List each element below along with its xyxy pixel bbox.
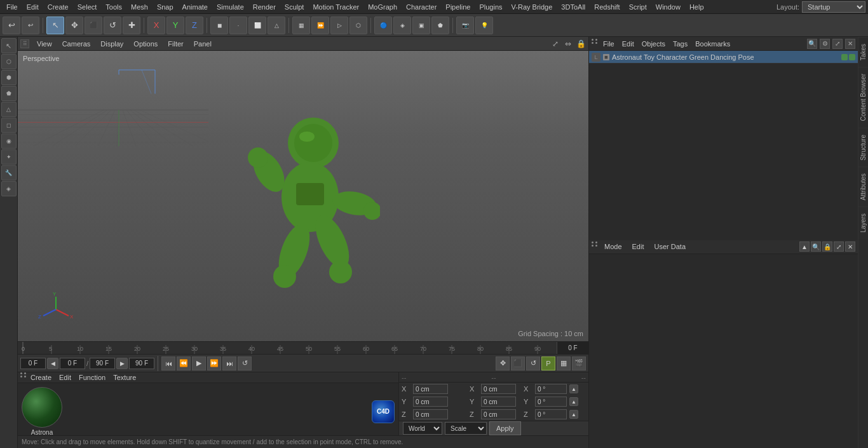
object-row-astronaut[interactable]: L ◼ Astronaut Toy Character Green Dancin… — [589, 51, 858, 64]
go-to-end-button[interactable]: ⏭ — [222, 356, 236, 370]
sidebar-tag-btn[interactable]: 🔧 — [1, 165, 17, 180]
menu-motion-tracker[interactable]: Motion Tracker — [309, 2, 363, 12]
scale-tool-button[interactable]: ⬛ — [85, 17, 102, 34]
menu-redshift[interactable]: Redshift — [590, 2, 623, 12]
layout-dropdown[interactable]: Startup Standard Modeling — [802, 1, 865, 13]
step-forward-button[interactable]: ⏩ — [207, 356, 221, 370]
mat-menu-edit[interactable]: Edit — [57, 373, 74, 382]
objects-file-menu[interactable]: File — [600, 39, 617, 48]
loop-button[interactable]: ↺ — [238, 356, 252, 370]
magnet-button[interactable]: ▣ — [412, 17, 430, 34]
sidebar-light-btn[interactable]: ✦ — [1, 149, 17, 165]
menu-window[interactable]: Window — [652, 2, 684, 12]
x-axis-button[interactable]: X — [147, 17, 165, 34]
camera-button[interactable]: 📷 — [456, 17, 474, 34]
attrs-grip[interactable] — [592, 241, 598, 252]
attrs-search-icon[interactable]: 🔍 — [811, 241, 821, 252]
playback-tool-2[interactable]: ⬛ — [511, 356, 525, 370]
objects-expand-icon[interactable]: ⤢ — [832, 39, 843, 49]
playback-tool-film[interactable]: 🎬 — [572, 356, 586, 370]
menu-vray[interactable]: V-Ray Bridge — [508, 2, 557, 12]
menu-simulate[interactable]: Simulate — [213, 2, 248, 12]
light-button[interactable]: 💡 — [475, 17, 493, 34]
tab-attributes[interactable]: Attributes — [858, 166, 868, 207]
viewport-menu-panel[interactable]: Panel — [191, 39, 214, 48]
current-frame-input[interactable] — [60, 358, 85, 369]
rot-z-spinner[interactable]: ▲ — [569, 410, 578, 419]
brush-button[interactable]: ◈ — [393, 17, 411, 34]
rot-x-spinner[interactable]: ▲ — [569, 384, 578, 393]
tab-takes[interactable]: Takes — [858, 37, 868, 67]
menu-sculpt[interactable]: Sculpt — [281, 2, 308, 12]
playback-tool-1[interactable]: ✥ — [496, 356, 510, 370]
playback-arrow-right[interactable]: ▶ — [116, 358, 128, 369]
viewport-menu-cameras[interactable]: Cameras — [60, 39, 93, 48]
viewport-menu-filter[interactable]: Filter — [165, 39, 186, 48]
viewport-icon-expand[interactable]: ⤢ — [550, 39, 560, 49]
sidebar-deform-btn[interactable]: △ — [1, 102, 17, 117]
menu-mesh[interactable]: Mesh — [127, 2, 152, 12]
viewport-menu-options[interactable]: Options — [131, 39, 160, 48]
menu-render[interactable]: Render — [249, 2, 280, 12]
render-settings-button[interactable]: ⬡ — [349, 17, 367, 34]
tab-structure[interactable]: Structure — [858, 128, 868, 167]
mat-menu-function[interactable]: Function — [76, 373, 108, 382]
menu-select[interactable]: Select — [74, 2, 101, 12]
pos-z-input[interactable] — [413, 409, 448, 419]
sidebar-material-btn[interactable]: ◈ — [1, 181, 17, 196]
attrs-close-icon[interactable]: ✕ — [845, 241, 855, 252]
material-item[interactable]: Astrona — [22, 387, 62, 436]
menu-pipeline[interactable]: Pipeline — [442, 2, 474, 12]
rot-y-spinner[interactable]: ▲ — [569, 397, 578, 406]
viewport-menu-view[interactable]: View — [34, 39, 55, 48]
tab-layers[interactable]: Layers — [858, 207, 868, 239]
attrs-mode-btn[interactable]: Mode — [600, 242, 626, 251]
render-region-button[interactable]: ▦ — [292, 17, 310, 34]
viewport-grip[interactable]: ⠿ — [20, 39, 29, 48]
attrs-edit-btn[interactable]: Edit — [628, 242, 648, 251]
tab-content-browser[interactable]: Content Browser — [858, 67, 868, 127]
menu-snap[interactable]: Snap — [153, 2, 177, 12]
objects-close-icon[interactable]: ✕ — [845, 39, 855, 49]
material-thumbnail[interactable] — [22, 387, 62, 428]
sidebar-select-btn[interactable]: ↖ — [1, 38, 17, 53]
move-tool-button[interactable]: ✥ — [65, 17, 83, 34]
menu-create[interactable]: Create — [44, 2, 72, 12]
apply-button[interactable]: Apply — [489, 421, 521, 435]
object-render-dot[interactable] — [849, 54, 855, 60]
z-axis-button[interactable]: Z — [186, 17, 203, 34]
objects-tags-menu[interactable]: Tags — [670, 39, 690, 48]
play-button[interactable]: ▶ — [192, 356, 206, 370]
attrs-lock-icon[interactable]: 🔒 — [822, 241, 832, 252]
timeline-frame-number[interactable]: 0 F — [557, 342, 588, 355]
attrs-up-icon[interactable]: ▲ — [799, 241, 810, 252]
sidebar-spline-btn[interactable]: ⬢ — [1, 70, 17, 85]
objects-search-icon[interactable]: 🔍 — [807, 39, 817, 49]
go-to-start-button[interactable]: ⏮ — [161, 356, 175, 370]
timeline[interactable]: 0 5 10 15 20 25 30 35 — [18, 341, 588, 354]
undo-button[interactable]: ↩ — [3, 17, 20, 34]
pos-x-input[interactable] — [413, 384, 448, 394]
playback-tool-3[interactable]: ↺ — [526, 356, 540, 370]
playback-tool-4[interactable]: P — [541, 356, 555, 370]
start-frame-input[interactable] — [20, 358, 46, 369]
world-dropdown[interactable]: World Local Screen — [403, 422, 442, 435]
objects-edit-menu[interactable]: Edit — [620, 39, 637, 48]
objects-settings-icon[interactable]: ⚙ — [820, 39, 830, 49]
viewport-menu-display[interactable]: Display — [98, 39, 126, 48]
objects-grip[interactable] — [592, 39, 598, 49]
viewport-icon-lock[interactable]: 🔒 — [576, 39, 586, 49]
menu-script[interactable]: Script — [625, 2, 651, 12]
menu-animate[interactable]: Animate — [179, 2, 212, 12]
timeline-ruler[interactable]: 0 5 10 15 20 25 30 35 — [18, 342, 557, 354]
object-mode-button[interactable]: ◼ — [210, 17, 228, 34]
y-axis-button[interactable]: Y — [166, 17, 184, 34]
mat-menu-texture[interactable]: Texture — [111, 373, 139, 382]
menu-edit[interactable]: Edit — [23, 2, 43, 12]
sidebar-polygon-btn[interactable]: ⬡ — [1, 54, 17, 69]
objects-objects-menu[interactable]: Objects — [639, 39, 668, 48]
rot-x-input[interactable] — [535, 384, 567, 394]
select-tool-button[interactable]: ↖ — [46, 17, 64, 34]
viewport[interactable]: Perspective X Y Z Grid Spacing : 10 cm — [18, 51, 588, 341]
menu-help[interactable]: Help — [686, 2, 708, 12]
